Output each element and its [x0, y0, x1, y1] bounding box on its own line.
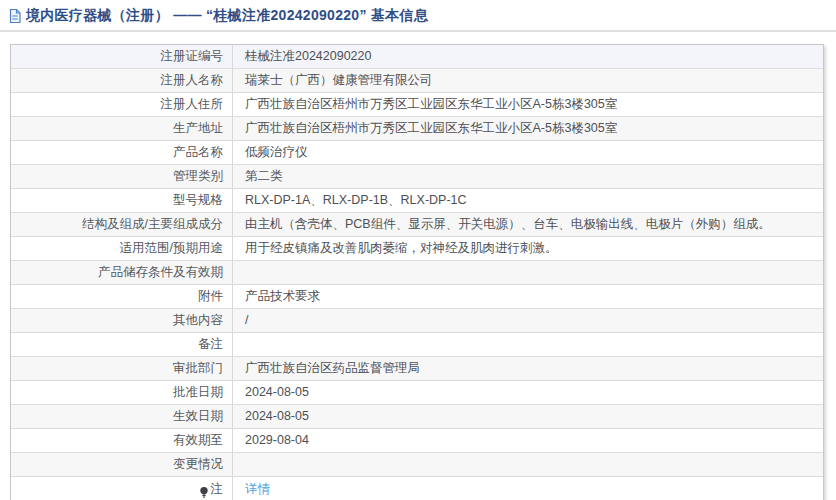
table-row: 批准日期 2024-08-05 — [11, 381, 823, 405]
page-title: 境内医疗器械（注册） —— “桂械注准20242090220” 基本信息 — [26, 7, 428, 25]
row-value: 低频治疗仪 — [233, 141, 823, 164]
row-value: 广西壮族自治区药品监督管理局 — [233, 357, 823, 380]
row-label: 注册证编号 — [11, 45, 233, 68]
registration-info-table: 注册证编号 桂械注准20242090220 注册人名称 瑞莱士（广西）健康管理有… — [10, 44, 824, 500]
table-row: 产品名称 低频治疗仪 — [11, 141, 823, 165]
row-label: 结构及组成/主要组成成分 — [11, 213, 233, 236]
row-label: 变更情况 — [11, 453, 233, 476]
row-label: 产品储存条件及有效期 — [11, 261, 233, 284]
row-value: RLX-DP-1A、RLX-DP-1B、RLX-DP-1C — [233, 189, 823, 212]
table-row: 产品储存条件及有效期 — [11, 261, 823, 285]
row-label: 注 — [11, 477, 233, 500]
row-value: 第二类 — [233, 165, 823, 188]
row-label-text: 注 — [211, 478, 224, 500]
row-label: 注册人住所 — [11, 93, 233, 116]
row-label: 有效期至 — [11, 429, 233, 452]
table-row: 备注 — [11, 333, 823, 357]
row-value: 瑞莱士（广西）健康管理有限公司 — [233, 69, 823, 92]
table-row: 审批部门 广西壮族自治区药品监督管理局 — [11, 357, 823, 381]
table-row: 适用范围/预期用途 用于经皮镇痛及改善肌肉萎缩，对神经及肌肉进行刺激。 — [11, 237, 823, 261]
table-row: 变更情况 — [11, 453, 823, 477]
row-label: 产品名称 — [11, 141, 233, 164]
row-label: 适用范围/预期用途 — [11, 237, 233, 260]
row-label: 审批部门 — [11, 357, 233, 380]
table-row: 有效期至 2029-08-04 — [11, 429, 823, 453]
detail-link[interactable]: 详情 — [245, 482, 270, 496]
row-value: 产品技术要求 — [233, 285, 823, 308]
row-label: 批准日期 — [11, 381, 233, 404]
document-icon — [8, 8, 22, 24]
row-value: 详情 — [233, 478, 823, 500]
row-value: 广西壮族自治区梧州市万秀区工业园区东华工业小区A-5栋3楼305室 — [233, 93, 823, 116]
table-row: 结构及组成/主要组成成分 由主机（含壳体、PCB组件、显示屏、开关电源）、台车、… — [11, 213, 823, 237]
row-label: 管理类别 — [11, 165, 233, 188]
row-label: 其他内容 — [11, 309, 233, 332]
row-value: 由主机（含壳体、PCB组件、显示屏、开关电源）、台车、电极输出线、电极片（外购）… — [233, 213, 823, 236]
row-label: 注册人名称 — [11, 69, 233, 92]
page-header: 境内医疗器械（注册） —— “桂械注准20242090220” 基本信息 — [0, 0, 836, 32]
table-row: 附件 产品技术要求 — [11, 285, 823, 309]
table-row: 注册人名称 瑞莱士（广西）健康管理有限公司 — [11, 69, 823, 93]
row-label: 备注 — [11, 333, 233, 356]
table-row: 生效日期 2024-08-05 — [11, 405, 823, 429]
row-value: 用于经皮镇痛及改善肌肉萎缩，对神经及肌肉进行刺激。 — [233, 237, 823, 260]
lightbulb-icon — [198, 484, 210, 497]
table-row[interactable]: 注册证编号 桂械注准20242090220 — [11, 45, 823, 69]
table-row: 型号规格 RLX-DP-1A、RLX-DP-1B、RLX-DP-1C — [11, 189, 823, 213]
row-label: 附件 — [11, 285, 233, 308]
table-row: 注册人住所 广西壮族自治区梧州市万秀区工业园区东华工业小区A-5栋3楼305室 — [11, 93, 823, 117]
row-value: 桂械注准20242090220 — [233, 45, 823, 68]
row-value: 2024-08-05 — [233, 381, 823, 404]
table-row: 生产地址 广西壮族自治区梧州市万秀区工业园区东华工业小区A-5栋3楼305室 — [11, 117, 823, 141]
row-value: / — [233, 309, 823, 332]
row-label: 生效日期 — [11, 405, 233, 428]
table-row: 其他内容 / — [11, 309, 823, 333]
row-value: 2024-08-05 — [233, 405, 823, 428]
row-label: 生产地址 — [11, 117, 233, 140]
table-row: 注 详情 — [11, 477, 823, 500]
table-row: 管理类别 第二类 — [11, 165, 823, 189]
row-value: 广西壮族自治区梧州市万秀区工业园区东华工业小区A-5栋3楼305室 — [233, 117, 823, 140]
row-value: 2029-08-04 — [233, 429, 823, 452]
row-label: 型号规格 — [11, 189, 233, 212]
